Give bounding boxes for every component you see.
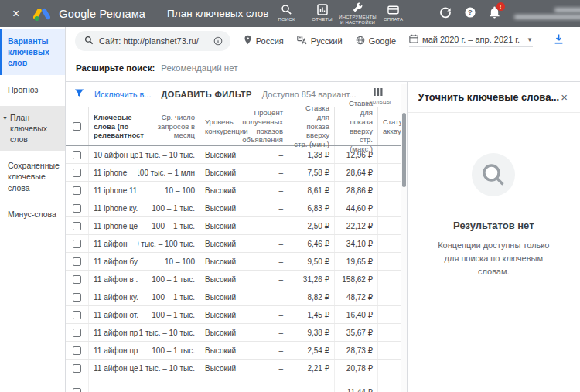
- table-row[interactable]: 11 iphone це...100 – 1 тыс.Высокий–2,50 …: [66, 217, 407, 235]
- row-checkbox[interactable]: [73, 151, 81, 159]
- add-filter-button[interactable]: ДОБАВИТЬ ФИЛЬТР: [161, 90, 251, 99]
- cell-volume: 100 – 1 тыс.: [138, 288, 200, 305]
- row-checkbox[interactable]: [73, 346, 81, 355]
- row-checkbox[interactable]: [73, 275, 81, 284]
- cell-bid-min: 6,46 ₽: [288, 235, 335, 252]
- sidebar-item-saved-keywords[interactable]: Сохраненные ключевые слова: [0, 154, 65, 199]
- language-icon: [297, 36, 307, 46]
- header-volume[interactable]: Ср. число запросов в месяц: [138, 107, 200, 145]
- download-icon: [553, 33, 565, 48]
- cell-keyword: 11 iphone це...: [89, 217, 138, 234]
- row-checkbox[interactable]: [73, 293, 81, 302]
- cell-bid-min: [288, 377, 335, 392]
- cell-competition: Высокий: [200, 217, 244, 234]
- cell-impr-share: –: [244, 271, 288, 288]
- select-all-checkbox[interactable]: [73, 122, 81, 131]
- nav-reports[interactable]: ОТЧЕТЫ: [309, 4, 336, 23]
- row-checkbox-cell: [66, 306, 89, 323]
- header-bid-min[interactable]: Ставка для показа вверху стр. (мин.): [288, 107, 335, 145]
- sidebar-item-keyword-plan[interactable]: ▼ План ключевых слов: [0, 106, 65, 152]
- table-row[interactable]: 11 айфон бу10 – 100Высокий–9,50 ₽19,65 ₽: [66, 253, 407, 271]
- close-icon[interactable]: ×: [559, 90, 569, 104]
- table-row[interactable]: 11 айфон пр...100 – 1 тыс.Высокий–2,54 ₽…: [66, 342, 407, 360]
- header-impr-share[interactable]: Процент полученных показов объявления: [244, 107, 288, 145]
- table-row[interactable]: 11 айфон от...100 – 1 тыс.Высокий–1,45 ₽…: [66, 306, 407, 324]
- table-row[interactable]: 11 айфон це...1 тыс. – 10 тыс.Высокий–2,…: [66, 360, 407, 377]
- table-row[interactable]: 11 iphone 1110 – 100Высокий–8,61 ₽28,86 …: [66, 182, 407, 199]
- location-selector[interactable]: Россия: [244, 35, 284, 46]
- table-row[interactable]: 11 айфон в ...100 – 1 тыс.Высокий–31,26 …: [66, 271, 407, 288]
- content-area: Исключить в... ДОБАВИТЬ ФИЛЬТР Доступно …: [66, 82, 580, 392]
- download-button[interactable]: [553, 33, 565, 48]
- cell-impr-share: –: [244, 253, 288, 270]
- network-selector[interactable]: Google: [356, 36, 396, 46]
- cell-bid-min: 7,58 ₽: [288, 164, 335, 181]
- row-checkbox[interactable]: [73, 222, 81, 230]
- sidebar-item-forecast[interactable]: Прогноз: [0, 78, 65, 101]
- expand-search-label: Расширьте поиск:: [76, 63, 155, 73]
- expand-search-value: Рекомендаций нет: [161, 63, 237, 73]
- row-checkbox[interactable]: [73, 240, 81, 248]
- cell-keyword: [89, 377, 138, 392]
- cell-competition: Высокий: [200, 182, 244, 199]
- table-row[interactable]: 11 айфон ку...100 – 1 тыс.Высокий–8,82 ₽…: [66, 288, 407, 306]
- account-info[interactable]: [514, 7, 580, 21]
- sidebar-item-keyword-ideas[interactable]: Варианты ключевых слов: [0, 29, 65, 75]
- cell-impr-share: –: [244, 306, 288, 323]
- cell-bid-min: 1,45 ₽: [288, 306, 335, 323]
- help-button[interactable]: ?: [464, 6, 476, 22]
- close-icon[interactable]: ×: [12, 8, 19, 20]
- cell-keyword: 11 iphone: [89, 164, 138, 181]
- site-input[interactable]: Сайт: http://planshet73.ru/: [75, 31, 230, 51]
- table-vertical-scrollbar[interactable]: [401, 84, 407, 392]
- search-icon: [281, 4, 292, 15]
- row-checkbox[interactable]: [73, 204, 81, 213]
- table-row[interactable]: 11 айфон про1 тыс. – 10 тыс.Высокий–9,38…: [66, 324, 407, 342]
- cell-bid-max: 48,72 ₽: [335, 288, 378, 305]
- scrollbar-thumb[interactable]: [402, 113, 406, 187]
- nav-tools[interactable]: ИНСТРУМЕНТЫ И НАСТРОЙКИ: [345, 2, 371, 26]
- date-range-selector[interactable]: май 2020 г. – апр. 2021 г. ▼: [409, 34, 533, 47]
- row-checkbox[interactable]: [73, 329, 81, 337]
- cell-competition: Высокий: [200, 199, 244, 216]
- page-title: План ключевых слов: [167, 8, 268, 19]
- cell-volume: 100 – 1 тыс.: [138, 342, 200, 359]
- cell-competition: Высокий: [200, 146, 244, 163]
- cell-volume: 10 – 100: [138, 253, 200, 270]
- header-bid-max[interactable]: Ставка для показа вверху стр. (макс.): [335, 107, 378, 145]
- row-checkbox[interactable]: [73, 364, 81, 373]
- header-competition[interactable]: Уровень конкуренции: [200, 107, 244, 145]
- nav-search[interactable]: ПОИСК: [274, 4, 300, 23]
- table-row[interactable]: 10 айфон це...1 тыс. – 10 тыс.Высокий–1,…: [66, 146, 407, 164]
- table-row[interactable]: 11 iphone100 тыс. – 1 млнВысокий–7,58 ₽2…: [66, 164, 407, 182]
- info-icon[interactable]: [213, 36, 223, 46]
- language-selector[interactable]: Русский: [297, 36, 343, 46]
- table-row[interactable]: 11 iphone ку...100 – 1 тыс.Высокий–6,83 …: [66, 199, 407, 217]
- cell-volume: 100 – 1 тыс.: [138, 199, 200, 216]
- cell-volume: [138, 377, 200, 392]
- panel-header: Уточнить ключевые слова... ×: [408, 82, 580, 113]
- row-checkbox-cell: [66, 164, 89, 181]
- cell-competition: Высокий: [200, 235, 244, 252]
- chevron-down-icon: ▼: [527, 36, 533, 43]
- table-row[interactable]: 11 айфон10 тыс. – 100 тыс.Высокий–6,46 ₽…: [66, 235, 407, 253]
- exclude-adult-link[interactable]: Исключить в...: [94, 90, 151, 99]
- row-checkbox[interactable]: [73, 311, 81, 319]
- notifications-button[interactable]: !: [489, 6, 500, 22]
- google-ads-logo-icon: [33, 6, 50, 22]
- row-checkbox[interactable]: [73, 169, 81, 177]
- cell-competition: Высокий: [200, 324, 244, 341]
- row-checkbox-cell: [66, 360, 89, 377]
- sidebar-item-negative-keywords[interactable]: Минус-слова: [0, 203, 65, 226]
- row-checkbox-cell: [66, 199, 89, 216]
- row-checkbox[interactable]: [73, 186, 81, 195]
- cell-keyword: 11 айфон бу: [89, 253, 138, 270]
- row-checkbox[interactable]: [73, 388, 81, 392]
- nav-payment[interactable]: ОПЛАТА: [380, 5, 407, 23]
- cell-volume: 1 тыс. – 10 тыс.: [138, 324, 200, 341]
- refresh-button[interactable]: [439, 6, 452, 22]
- cell-volume: 100 – 1 тыс.: [138, 217, 200, 234]
- header-keyword[interactable]: Ключевые слова (по релевантност: [89, 107, 138, 145]
- row-checkbox[interactable]: [73, 257, 81, 266]
- table-row[interactable]: 11,44 ₽: [66, 377, 407, 392]
